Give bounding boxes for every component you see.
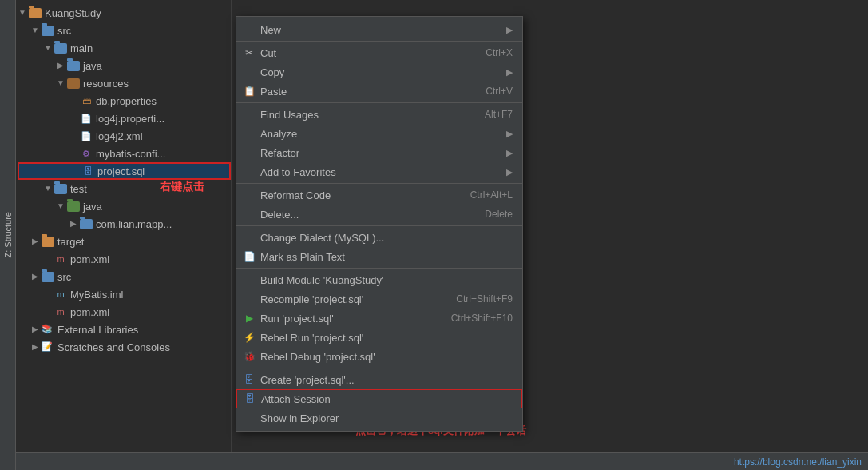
menu-item-add-favorites[interactable]: Add to Favorites ▶ (236, 162, 522, 181)
label-target: target (57, 236, 84, 248)
arrow-ext-libs: ▶ (30, 325, 40, 334)
tree-item-java2[interactable]: ▼ java (18, 197, 231, 215)
menu-item-delete[interactable]: Delete... Delete (236, 205, 522, 224)
menu-label-analyze: Analyze (260, 128, 297, 140)
menu-separator-3 (236, 183, 522, 184)
bottom-bar: https://blog.csdn.net/lian_yixin (0, 452, 868, 470)
db-create-icon: 🗄 (243, 373, 256, 386)
menu-item-rebel-run[interactable]: ⚡ Rebel Run 'project.sql' (236, 328, 522, 347)
mark-icon: 📄 (243, 250, 256, 263)
menu-item-copy[interactable]: Copy ▶ (236, 62, 522, 82)
arrow-java: ▶ (56, 61, 65, 70)
menu-item-recompile[interactable]: Recompile 'project.sql' Ctrl+Shift+F9 (236, 289, 522, 309)
menu-separator-4 (236, 225, 522, 226)
menu-item-paste[interactable]: 📋 Paste Ctrl+V (236, 82, 522, 101)
label-log4j2: log4j2.xml (96, 130, 143, 142)
label-src: src (57, 25, 71, 37)
tree-item-mybatis-iml[interactable]: ▶ m MyBatis.iml (18, 285, 231, 303)
folder-icon-resources (67, 78, 80, 89)
menu-item-reformat[interactable]: Reformat Code Ctrl+Alt+L (236, 185, 522, 205)
label-resources: resources (83, 78, 129, 90)
file-icon-mybatis: ⚙ (80, 148, 93, 159)
arrow-scratches: ▶ (30, 342, 40, 352)
arrow-test: ▼ (43, 184, 53, 193)
folder-icon-main (54, 43, 67, 54)
shortcut-run: Ctrl+Shift+F10 (451, 313, 513, 324)
menu-label-new: New (260, 24, 281, 36)
tree-item-com-lian[interactable]: ▶ com.lian.mapp... (18, 215, 231, 233)
menu-label-create-sql: Create 'project.sql'... (260, 374, 355, 386)
tree-item-target[interactable]: ▶ target (18, 233, 231, 250)
tree-item-log4j2[interactable]: ▶ 📄 log4j2.xml (18, 127, 231, 145)
menu-item-find-usages[interactable]: Find Usages Alt+F7 (236, 105, 522, 124)
label-external-libs: External Libraries (57, 324, 138, 336)
tree-item-pom2[interactable]: ▶ m pom.xml (18, 303, 231, 321)
footer-url[interactable]: https://blog.csdn.net/lian_yixin (734, 456, 862, 468)
menu-label-refactor: Refactor (260, 147, 299, 159)
menu-label-show-explorer: Show in Explorer (260, 412, 339, 424)
arrow-com-lian: ▶ (69, 219, 78, 229)
folder-icon-kuangstudy (29, 8, 42, 18)
tree-item-src[interactable]: ▼ src (18, 22, 231, 39)
tree-item-project-sql[interactable]: ▶ 🗄 project.sql (18, 162, 231, 180)
tree-item-java[interactable]: ▶ java (18, 57, 231, 74)
file-icon-iml: m (54, 289, 67, 300)
tree-item-db-properties[interactable]: ▶ 🗃 db.properties (18, 92, 231, 110)
menu-item-show-explorer[interactable]: Show in Explorer (236, 408, 522, 428)
tree-item-main[interactable]: ▼ main (18, 39, 231, 57)
menu-item-cut[interactable]: ✂ Cut Ctrl+X (236, 43, 522, 62)
file-icon-pom1: m (54, 253, 67, 265)
label-java: java (83, 60, 102, 72)
menu-item-mark-plain[interactable]: 📄 Mark as Plain Text (236, 247, 522, 266)
sidebar: Z: Structure ▼ KuangStudy ▼ src ▼ main ▶… (0, 0, 232, 470)
menu-label-rebel-run: Rebel Run 'project.sql' (260, 332, 363, 344)
tree-item-pom1[interactable]: ▶ m pom.xml (18, 250, 231, 268)
attach-session-icon: 🗄 (244, 392, 256, 405)
label-project-sql: project.sql (97, 165, 145, 177)
menu-item-create-sql[interactable]: 🗄 Create 'project.sql'... (236, 370, 522, 389)
arrow-src2: ▶ (30, 272, 40, 281)
file-icon-pom2: m (54, 306, 67, 317)
menu-item-new[interactable]: New ▶ (236, 20, 522, 39)
tree-item-kuangstudy[interactable]: ▼ KuangStudy (18, 4, 231, 22)
structure-tab[interactable]: Z: Structure (3, 212, 13, 257)
tree-item-mybatis[interactable]: ▶ ⚙ mybatis-confi... (18, 145, 231, 162)
shortcut-delete: Delete (485, 209, 513, 220)
submenu-arrow-copy: ▶ (506, 67, 513, 78)
menu-label-build-module: Build Module 'KuangStudy' (260, 274, 384, 286)
menu-label-recompile: Recompile 'project.sql' (260, 293, 363, 305)
tree-item-src2[interactable]: ▶ src (18, 268, 231, 285)
arrow-kuangstudy: ▼ (18, 8, 27, 18)
folder-icon-java (67, 61, 80, 71)
menu-item-build-module[interactable]: Build Module 'KuangStudy' (236, 270, 522, 289)
menu-label-change-dialect: Change Dialect (MySQL)... (260, 232, 384, 244)
arrow-src: ▼ (30, 26, 40, 35)
rebel-run-icon: ⚡ (243, 331, 256, 344)
menu-label-reformat: Reformat Code (260, 189, 331, 201)
label-test: test (70, 183, 87, 195)
run-icon: ▶ (243, 312, 256, 325)
tree-item-scratches[interactable]: ▶ 📝 Scratches and Consoles (18, 338, 231, 356)
menu-label-rebel-debug: Rebel Debug 'project.sql' (260, 351, 375, 363)
tree-item-test[interactable]: ▼ test (18, 180, 231, 197)
menu-item-attach-session[interactable]: 🗄 Attach Session (236, 389, 522, 408)
menu-label-attach-session: Attach Session (261, 393, 331, 405)
label-src2: src (57, 271, 71, 283)
menu-item-refactor[interactable]: Refactor ▶ (236, 143, 522, 162)
menu-item-analyze[interactable]: Analyze ▶ (236, 124, 522, 143)
menu-item-run[interactable]: ▶ Run 'project.sql' Ctrl+Shift+F10 (236, 309, 522, 328)
submenu-arrow-favorites: ▶ (506, 167, 513, 177)
file-icon-sql: 🗄 (81, 165, 94, 177)
file-icon-log4j2: 📄 (80, 130, 93, 141)
folder-icon-src2 (42, 272, 54, 282)
tree-item-log4j[interactable]: ▶ 📄 log4j.properti... (18, 110, 231, 127)
file-icon-db: 🗃 (80, 95, 93, 106)
menu-label-run: Run 'project.sql' (260, 313, 334, 325)
tree-item-external-libs[interactable]: ▶ 📚 External Libraries (18, 321, 231, 338)
arrow-target: ▶ (30, 237, 40, 246)
folder-icon-test (54, 184, 67, 194)
menu-item-rebel-debug[interactable]: 🐞 Rebel Debug 'project.sql' (236, 347, 522, 366)
tree-item-resources[interactable]: ▼ resources (18, 74, 231, 92)
folder-icon-target (42, 237, 54, 247)
menu-item-change-dialect[interactable]: Change Dialect (MySQL)... (236, 228, 522, 247)
